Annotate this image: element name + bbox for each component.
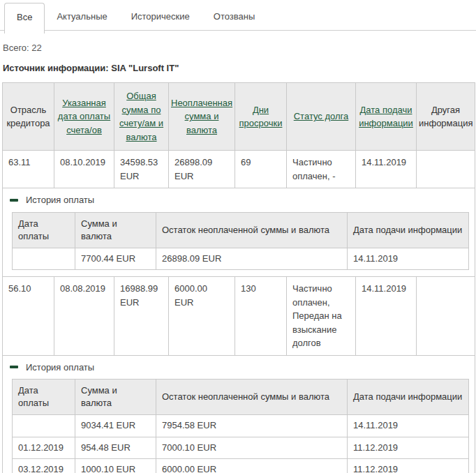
history-col-amount: Сумма и валюта <box>75 212 156 248</box>
history-col-remaining: Остаток неоплаченной суммы и валюта <box>156 212 348 248</box>
amount-cell: 7700.44 EUR <box>75 248 156 269</box>
total-amount-cell: 34598.53 EUR <box>114 151 169 188</box>
debt-row: 63.11 08.10.2019 34598.53 EUR 26898.09 E… <box>3 151 475 188</box>
unpaid-amount-cell: 6000.00 EUR <box>169 277 235 356</box>
sort-total-link[interactable]: Общая сумма по счету/ам и валюта <box>119 91 163 142</box>
history-header-row: Дата оплаты Сумма и валюта Остаток неопл… <box>13 380 469 415</box>
tabbar: Все Актуальные Исторические Отозваны <box>0 0 476 31</box>
submitted-date-cell: 14.11.2019 <box>356 151 417 188</box>
sort-days-link[interactable]: Дни просрочки <box>239 105 283 129</box>
col-header-other: Другая информация <box>417 83 475 151</box>
history-col-submitted: Дата подачи информации <box>348 380 469 415</box>
minus-icon[interactable] <box>10 199 18 202</box>
sort-submitted-link[interactable]: Дата подачи информации <box>359 105 413 129</box>
history-col-remaining: Остаток неоплаченной суммы и валюта <box>156 380 348 415</box>
remaining-cell: 7000.10 EUR <box>156 437 348 458</box>
remaining-cell: 7954.58 EUR <box>156 415 348 437</box>
payment-history-table: Дата оплаты Сумма и валюта Остаток неопл… <box>12 212 469 271</box>
history-col-pay-date: Дата оплаты <box>13 380 75 415</box>
sort-due-date-link[interactable]: Указанная дата оплаты счета/ов <box>58 98 110 135</box>
payment-history-toggle[interactable]: История оплаты <box>3 356 475 379</box>
history-col-pay-date: Дата оплаты <box>13 212 75 248</box>
col-header-total: Общая сумма по счету/ам и валюта <box>114 83 169 151</box>
debt-row: 56.10 08.08.2019 16988.99 EUR 6000.00 EU… <box>3 277 475 356</box>
col-header-submitted: Дата подачи информации <box>356 83 417 151</box>
total-count: Всего: 22 <box>3 43 476 53</box>
history-entry-row: 9034.41 EUR 7954.58 EUR 14.11.2019 <box>13 415 469 437</box>
pay-date-cell <box>13 415 75 437</box>
other-info-cell <box>417 151 475 188</box>
due-date-cell: 08.10.2019 <box>54 151 114 188</box>
sort-status-link[interactable]: Статус долга <box>294 111 349 121</box>
col-header-days: Дни просрочки <box>235 83 287 151</box>
col-header-unpaid: Неоплаченная сумма и валюта <box>169 83 235 151</box>
col-header-due-date: Указанная дата оплаты счета/ов <box>54 83 114 151</box>
remaining-cell: 26898.09 EUR <box>156 248 348 269</box>
history-row: История оплаты Дата оплаты Сумма и валют… <box>3 355 475 473</box>
history-header-row: Дата оплаты Сумма и валюта Остаток неопл… <box>13 212 469 248</box>
tab-actual[interactable]: Актуальные <box>45 3 119 30</box>
payment-history-toggle[interactable]: История оплаты <box>3 188 475 211</box>
pay-date-cell: 01.12.2019 <box>13 437 75 458</box>
amount-cell: 9034.41 EUR <box>75 415 156 437</box>
history-row: История оплаты Дата оплаты Сумма и валют… <box>3 188 475 277</box>
industry-cell: 63.11 <box>3 151 54 188</box>
other-info-cell <box>417 277 475 356</box>
submitted-cell: 11.12.2019 <box>348 458 469 473</box>
submitted-cell: 14.11.2019 <box>348 415 469 437</box>
table-header-row: Отрасль кредитора Указанная дата оплаты … <box>3 83 475 151</box>
history-entry-row: 01.12.2019 954.48 EUR 7000.10 EUR 11.12.… <box>13 437 469 458</box>
amount-cell: 954.48 EUR <box>75 437 156 458</box>
amount-cell: 1000.10 EUR <box>75 458 156 473</box>
overdue-days-cell: 130 <box>235 277 287 356</box>
total-amount-cell: 16988.99 EUR <box>114 277 169 356</box>
history-col-submitted: Дата подачи информации <box>348 212 469 248</box>
tab-revoked[interactable]: Отозваны <box>202 3 267 30</box>
payment-history-label: История оплаты <box>26 361 94 375</box>
remaining-cell: 6000.00 EUR <box>156 458 348 473</box>
due-date-cell: 08.08.2019 <box>54 277 114 356</box>
payment-history-table: Дата оплаты Сумма и валюта Остаток неопл… <box>12 379 469 473</box>
submitted-date-cell: 14.11.2019 <box>356 277 417 356</box>
unpaid-amount-cell: 26898.09 EUR <box>169 151 235 188</box>
history-col-amount: Сумма и валюта <box>75 380 156 415</box>
payment-history-label: История оплаты <box>26 193 94 207</box>
industry-cell: 56.10 <box>3 277 54 356</box>
submitted-cell: 14.11.2019 <box>348 248 469 269</box>
debts-table: Отрасль кредитора Указанная дата оплаты … <box>2 82 475 473</box>
history-entry-row: 7700.44 EUR 26898.09 EUR 14.11.2019 <box>13 248 469 269</box>
information-source: Источник информации: SIA "Lursoft IT" <box>3 63 476 73</box>
status-cell: Частично оплачен, Передан на взыскание д… <box>287 277 356 356</box>
status-cell: Частично оплачен, - <box>287 151 356 188</box>
pay-date-cell: 03.12.2019 <box>13 458 75 473</box>
pay-date-cell <box>13 248 75 269</box>
submitted-cell: 11.12.2019 <box>348 437 469 458</box>
sort-unpaid-link[interactable]: Неоплаченная сумма и валюта <box>171 98 232 135</box>
col-header-status: Статус долга <box>287 83 356 151</box>
tab-all[interactable]: Все <box>4 3 45 33</box>
minus-icon[interactable] <box>10 366 18 368</box>
tab-historical[interactable]: Исторические <box>119 3 202 30</box>
col-header-industry: Отрасль кредитора <box>3 83 54 151</box>
overdue-days-cell: 69 <box>235 151 287 188</box>
history-entry-row: 03.12.2019 1000.10 EUR 6000.00 EUR 11.12… <box>13 458 469 473</box>
